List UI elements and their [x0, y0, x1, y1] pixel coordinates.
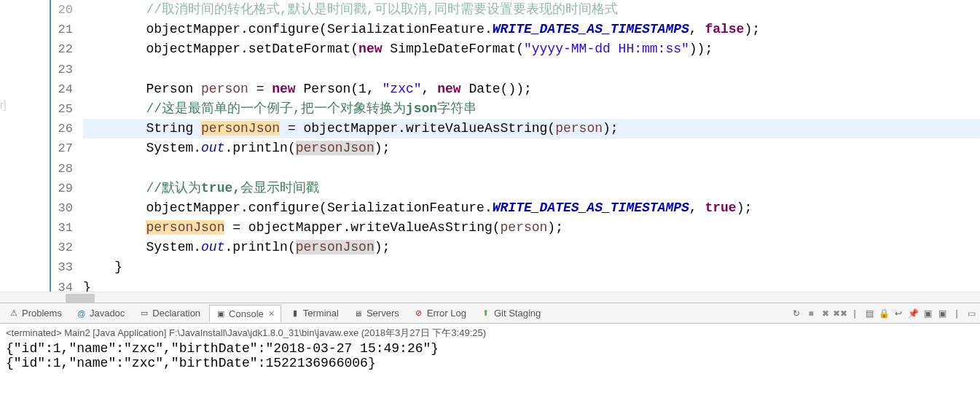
code-line: } [83, 257, 980, 277]
code-line [83, 60, 980, 79]
code-line: String personJson = objectMapper.writeVa… [83, 119, 980, 139]
view-tabs: ⚠Problems @Javadoc ▭Declaration ▣Console… [0, 303, 980, 324]
console-header: <terminated> Main2 [Java Application] F:… [6, 327, 974, 340]
clear-console-icon[interactable]: ▤ [863, 308, 875, 319]
console-line: {"id":1,"name":"zxc","birthDate":1522136… [6, 356, 974, 370]
line-number: 33 [0, 257, 77, 277]
tab-errorlog[interactable]: ⊘Error Log [408, 305, 472, 322]
terminal-icon: ▮ [290, 308, 300, 319]
code-line: objectMapper.setDateFormat(new SimpleDat… [83, 39, 980, 59]
code-line: personJson = objectMapper.writeValueAsSt… [83, 218, 980, 238]
remove-all-icon[interactable]: ✖✖ [834, 308, 846, 319]
stop-icon[interactable]: ■ [805, 308, 817, 319]
tab-gitstaging[interactable]: ⬆Git Staging [475, 305, 546, 322]
line-number: 29 [0, 179, 77, 198]
code-line: System.out.println(personJson); [83, 238, 980, 257]
code-line: //取消时间的转化格式,默认是时间戳,可以取消,同时需要设置要表现的时间格式 [83, 0, 980, 20]
tab-declaration[interactable]: ▭Declaration [133, 305, 206, 322]
code-line: objectMapper.configure(SerializationFeat… [83, 198, 980, 218]
code-line: System.out.println(personJson); [83, 139, 980, 158]
javadoc-icon: @ [77, 308, 87, 319]
declaration-icon: ▭ [139, 308, 149, 319]
editor-area: r] 20 21 22 23 24 25 26 27 28 29 30 31 3… [0, 0, 980, 303]
open-console-icon[interactable]: ▣ [936, 308, 948, 319]
separator-icon: | [951, 308, 963, 319]
bottom-panel: ⚠Problems @Javadoc ▭Declaration ▣Console… [0, 303, 980, 373]
tab-servers[interactable]: 🖥Servers [348, 305, 405, 322]
problems-icon: ⚠ [9, 308, 19, 319]
errorlog-icon: ⊘ [414, 308, 424, 319]
line-number: 25 [0, 99, 77, 119]
tab-terminal[interactable]: ▮Terminal [284, 305, 345, 322]
minimize-icon[interactable]: ▭ [965, 308, 977, 319]
horizontal-scrollbar[interactable] [0, 292, 980, 303]
line-number: 21 [0, 20, 77, 39]
pin-console-icon[interactable]: 📌 [907, 308, 919, 319]
code-line: objectMapper.configure(SerializationFeat… [83, 20, 980, 39]
code-editor[interactable]: //取消时间的转化格式,默认是时间戳,可以取消,同时需要设置要表现的时间格式 o… [83, 0, 980, 292]
line-number: 32 [0, 238, 77, 257]
git-icon: ⬆ [481, 308, 491, 319]
word-wrap-icon[interactable]: ↩ [893, 308, 904, 319]
display-selected-icon[interactable]: ▣ [922, 308, 933, 319]
tab-javadoc[interactable]: @Javadoc [71, 305, 130, 322]
remove-launch-icon[interactable]: ✖ [820, 308, 831, 319]
line-number: 22 [0, 39, 77, 59]
console-output[interactable]: <terminated> Main2 [Java Application] F:… [0, 324, 980, 373]
scroll-lock-icon[interactable]: 🔒 [878, 308, 890, 319]
code-line: //默认为true,会显示时间戳 [83, 179, 980, 198]
tab-problems[interactable]: ⚠Problems [3, 305, 68, 322]
line-number: 31 [0, 218, 77, 238]
line-gutter: 20 21 22 23 24 25 26 27 28 29 30 31 32 3… [0, 0, 83, 292]
line-number: 27 [0, 139, 77, 158]
relaunch-icon[interactable]: ↻ [791, 308, 802, 319]
line-number: 23 [0, 60, 77, 79]
tab-console[interactable]: ▣Console✕ [209, 305, 281, 322]
line-number: 26 [0, 119, 77, 139]
code-line: Person person = new Person(1, "zxc", new… [83, 79, 980, 99]
line-number: 28 [0, 159, 77, 179]
change-marker-bar [50, 0, 51, 292]
line-number: 24 [0, 79, 77, 99]
console-line: {"id":1,"name":"zxc","birthDate":"2018-0… [6, 341, 974, 356]
code-container: 20 21 22 23 24 25 26 27 28 29 30 31 32 3… [0, 0, 980, 292]
separator-icon: | [849, 308, 861, 319]
line-number: 20 [0, 0, 77, 20]
scroll-thumb[interactable] [66, 294, 95, 303]
code-line [83, 159, 980, 179]
console-toolbar: ↻ ■ ✖ ✖✖ | ▤ 🔒 ↩ 📌 ▣ ▣ | ▭ [791, 308, 977, 319]
close-icon[interactable]: ✕ [268, 309, 275, 319]
code-line: //这是最简单的一个例子,把一个对象转换为json字符串 [83, 99, 980, 119]
servers-icon: 🖥 [353, 308, 364, 319]
console-icon: ▣ [216, 308, 226, 319]
line-number: 30 [0, 198, 77, 218]
